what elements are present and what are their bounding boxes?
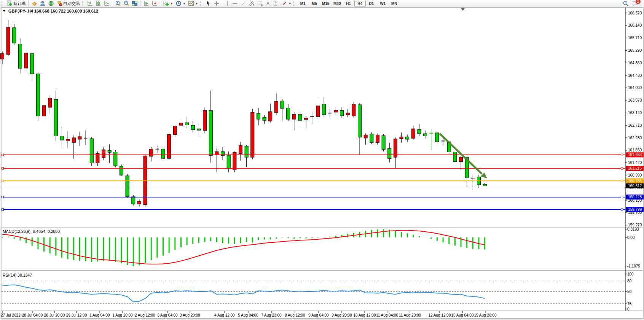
- trendline-button[interactable]: [239, 0, 247, 7]
- indicators-button[interactable]: ▼: [162, 0, 174, 7]
- candle-body: [120, 166, 123, 175]
- line-anchor-marker[interactable]: [2, 196, 4, 198]
- toolbar-grip[interactable]: [82, 1, 84, 6]
- price-level-label-text: 160.228: [628, 195, 642, 199]
- date-label: 8 Aug 12:00: [285, 313, 305, 317]
- notifications-button[interactable]: 1: [630, 0, 639, 7]
- signals-button[interactable]: [47, 0, 55, 7]
- line-chart-button[interactable]: [102, 0, 111, 7]
- line-anchor-marker[interactable]: [2, 167, 4, 169]
- line-anchor-marker[interactable]: [621, 209, 623, 210]
- equidistant-channel-button[interactable]: E: [247, 0, 256, 7]
- timeframe-H4[interactable]: H4: [354, 1, 366, 6]
- candle-body: [66, 139, 70, 141]
- candle-body: [376, 135, 379, 143]
- timeframe-M30[interactable]: M30: [332, 1, 343, 6]
- toolbar-grip[interactable]: [200, 1, 203, 6]
- date-label: 9 Aug 04:00: [308, 313, 329, 317]
- date-label: 27 Jul 2022: [1, 313, 21, 317]
- price-tick-label: 166.570: [628, 11, 642, 15]
- candle-body: [36, 74, 40, 116]
- candle-body: [197, 129, 201, 130]
- timeframe-H1[interactable]: H1: [343, 1, 354, 6]
- zoom-out-button[interactable]: [122, 0, 131, 7]
- rsi-tick-label: 100: [627, 272, 634, 276]
- chart-canvas[interactable]: 166.570166.140165.710165.290164.860164.4…: [0, 7, 644, 320]
- timeframe-W1[interactable]: W1: [377, 1, 389, 6]
- candle-body: [60, 136, 64, 140]
- line-anchor-marker[interactable]: [2, 209, 4, 210]
- candle-body: [263, 118, 266, 121]
- crosshair-button[interactable]: [212, 0, 221, 7]
- macd-tick-label: 0.00: [627, 236, 635, 240]
- candle-body: [108, 151, 111, 153]
- mt4-window: { "toolbar": { "new_order_label": "新订单",…: [0, 0, 644, 320]
- chart-shift-button[interactable]: [150, 0, 159, 7]
- periods-button[interactable]: ▼: [174, 0, 187, 7]
- search-icon: [622, 0, 629, 6]
- cursor-button[interactable]: [204, 0, 212, 7]
- candle-body: [6, 27, 10, 54]
- timeframe-D1[interactable]: D1: [366, 1, 377, 6]
- community-button[interactable]: [38, 0, 47, 7]
- candle-body: [209, 110, 212, 155]
- new-order-button[interactable]: 新订单: [5, 0, 27, 7]
- candle-body: [137, 201, 141, 204]
- price-level-label-text: 161.683: [628, 153, 642, 157]
- line-anchor-marker[interactable]: [621, 154, 623, 156]
- price-level-label-text: 160.786: [628, 179, 642, 183]
- line-anchor-marker[interactable]: [621, 167, 623, 169]
- candle-body: [78, 137, 81, 139]
- text-button[interactable]: A: [264, 0, 272, 7]
- vertical-line-button[interactable]: [224, 0, 231, 7]
- templates-button[interactable]: ▼: [187, 0, 199, 7]
- toolbar-grip[interactable]: [2, 1, 4, 6]
- search-button[interactable]: [621, 0, 630, 7]
- line-anchor-marker[interactable]: [621, 196, 623, 198]
- signals-icon: [48, 0, 54, 6]
- tile-windows-button[interactable]: [131, 0, 139, 7]
- toolbar-grip[interactable]: [293, 1, 296, 6]
- candle-body: [13, 28, 16, 43]
- styler-button[interactable]: [30, 0, 38, 7]
- date-label: 12 Aug 12:00: [429, 313, 451, 317]
- autotrading-label: 自动交易: [63, 1, 80, 6]
- arrows-tool-button[interactable]: ▼: [280, 0, 293, 7]
- timeframe-MN[interactable]: MN: [389, 1, 400, 6]
- bar-chart-button[interactable]: [86, 0, 94, 7]
- candlestick-button[interactable]: [94, 0, 102, 7]
- horizontal-line-button[interactable]: [231, 0, 239, 7]
- indicators-icon: [163, 0, 169, 6]
- price-tick-label: 161.420: [628, 161, 642, 165]
- autotrading-button[interactable]: 自动交易: [55, 0, 81, 7]
- bid-price-label-text: 160.612: [628, 184, 642, 188]
- timeframe-M15[interactable]: M15: [320, 1, 332, 6]
- zoom-in-button[interactable]: [114, 0, 122, 7]
- timeframe-M5[interactable]: M5: [309, 1, 320, 6]
- candle-body: [292, 114, 296, 119]
- candle-body: [179, 123, 183, 125]
- text-label-icon: T: [273, 0, 279, 6]
- candle-body: [173, 126, 177, 135]
- auto-scroll-button[interactable]: [142, 0, 150, 7]
- candle-body: [322, 104, 326, 115]
- timeframe-M1[interactable]: M1: [297, 1, 309, 6]
- tile-windows-icon: [132, 0, 138, 6]
- chart-info-line: GBPJPY-,H4 160.668 160.722 160.609 160.6…: [8, 9, 98, 13]
- candle-body: [274, 102, 278, 113]
- rsi-tick-label: 15: [627, 302, 632, 306]
- candle-body: [269, 111, 272, 121]
- line-anchor-marker[interactable]: [2, 180, 4, 182]
- candle-body: [334, 110, 338, 112]
- line-anchor-marker[interactable]: [2, 154, 4, 156]
- date-label: 28 Jul 04:00: [22, 313, 43, 317]
- rsi-tick-label: 0: [627, 307, 630, 311]
- candle-body: [72, 138, 75, 142]
- text-label-button[interactable]: T: [272, 0, 280, 7]
- fibonacci-button[interactable]: F: [256, 0, 264, 7]
- candle-body: [459, 157, 463, 161]
- date-label: 3 Aug 20:00: [180, 313, 200, 317]
- line-anchor-marker[interactable]: [621, 180, 623, 182]
- candle-body: [215, 152, 218, 155]
- price-tick-label: 160.990: [628, 173, 642, 177]
